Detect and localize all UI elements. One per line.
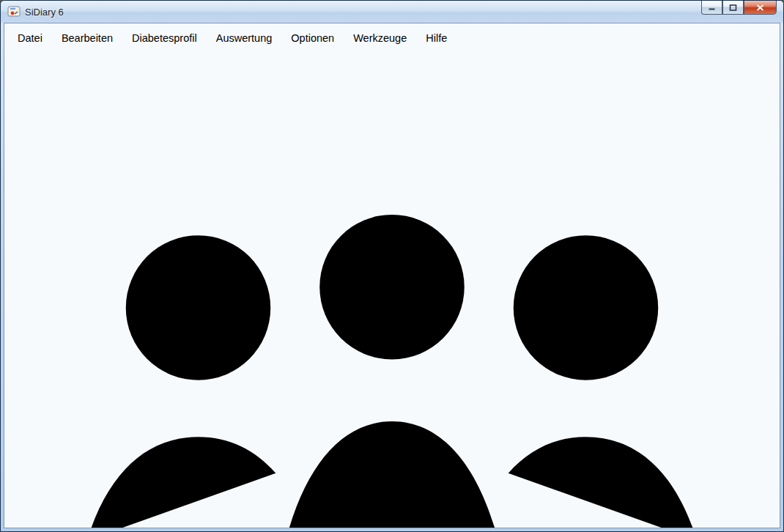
menu-diabetesprofil[interactable]: Diabetesprofil bbox=[132, 32, 197, 44]
maximize-button[interactable] bbox=[722, 1, 744, 15]
title-bar: SiDiary 6 bbox=[1, 1, 783, 23]
menu-optionen[interactable]: Optionen bbox=[291, 32, 334, 44]
menu-datei[interactable]: Datei bbox=[18, 32, 42, 44]
minimize-button[interactable] bbox=[701, 1, 722, 15]
close-button[interactable] bbox=[744, 1, 777, 15]
users-icon[interactable] bbox=[4, 23, 780, 528]
window-content: Datei Bearbeiten Diabetesprofil Auswertu… bbox=[4, 23, 780, 528]
menu-hilfe[interactable]: Hilfe bbox=[426, 32, 447, 44]
window-title: SiDiary 6 bbox=[25, 7, 64, 18]
app-window: SiDiary 6 Datei Bearbeiten Diabetesprofi… bbox=[0, 0, 784, 532]
menu-auswertung[interactable]: Auswertung bbox=[216, 32, 273, 44]
toolbar bbox=[4, 23, 780, 528]
menu-bar: Datei Bearbeiten Diabetesprofil Auswertu… bbox=[4, 28, 780, 48]
app-logo-icon bbox=[7, 6, 21, 18]
menu-bearbeiten[interactable]: Bearbeiten bbox=[62, 32, 113, 44]
menu-werkzeuge[interactable]: Werkzeuge bbox=[353, 32, 407, 44]
